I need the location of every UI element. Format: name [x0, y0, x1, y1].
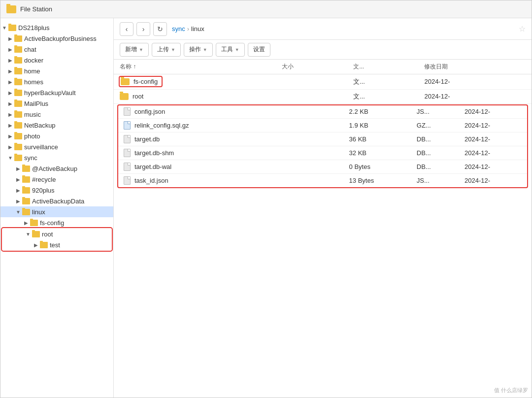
toggle-icon: ▶ [14, 197, 22, 205]
toggle-icon: ▶ [6, 110, 14, 118]
folder-icon [14, 154, 22, 161]
sidebar-label: photo [24, 133, 40, 140]
app-icon [6, 5, 16, 13]
upload-label: 上传 [157, 45, 169, 54]
file-name-cell: target.db-shm [124, 149, 337, 157]
table-row[interactable]: config.json 2.2 KB JS... 2024-12- [118, 105, 528, 119]
settings-button[interactable]: 设置 [248, 43, 270, 57]
col-name[interactable]: 名称 ↑ [114, 60, 276, 74]
sidebar-item-recycle[interactable]: ▶ #recycle [0, 174, 113, 185]
folder-icon [8, 24, 16, 31]
sidebar-label: chat [24, 46, 36, 53]
file-table: 名称 ↑ 大小 文... 修改日期 fs-config [114, 60, 532, 398]
toggle-icon: ▶ [14, 175, 22, 183]
sidebar-item-music[interactable]: ▶ music [0, 109, 113, 120]
file-size [276, 74, 347, 90]
folder-icon [120, 93, 129, 100]
file-name: config.json [134, 108, 165, 115]
sidebar-label: fs-config [40, 219, 64, 227]
toggle-icon: ▼ [14, 208, 22, 216]
breadcrumb-linux[interactable]: linux [191, 25, 204, 33]
operate-dropdown-arrow: ▼ [203, 47, 207, 52]
navigation-bar: ‹ › ↻ sync › linux ☆ [114, 18, 532, 40]
sidebar-label: DS218plus [18, 24, 50, 32]
table-row[interactable]: target.db-shm 32 KB DB... 2024-12- [118, 146, 528, 160]
table-row[interactable]: fs-config 文... 2024-12- [114, 74, 532, 90]
sidebar-label: 920plus [32, 187, 55, 194]
sidebar-item-netbackup[interactable]: ▶ NetBackup [0, 120, 113, 131]
new-button[interactable]: 新增 ▼ [120, 43, 149, 57]
sidebar-item-root[interactable]: ▼ root [2, 229, 111, 239]
table-row[interactable]: target.db 36 KB DB... 2024-12- [118, 132, 528, 146]
file-name: task_id.json [134, 177, 168, 184]
toggle-icon: ▶ [6, 89, 14, 97]
sidebar-item-surveillance[interactable]: ▶ surveillance [0, 141, 113, 152]
folder-icon [14, 122, 22, 129]
sidebar-item-home[interactable]: ▶ home [0, 66, 113, 76]
tools-button[interactable]: 工具 ▼ [216, 43, 245, 57]
sidebar-item-activebackup2[interactable]: ▶ @ActiveBackup [0, 163, 113, 174]
forward-button[interactable]: › [136, 22, 150, 36]
doc-icon [124, 163, 131, 171]
sidebar-item-fsconfig[interactable]: ▶ fs-config [0, 217, 113, 228]
file-type: DB... [411, 146, 459, 160]
sidebar-label: test [50, 241, 60, 249]
favorite-button[interactable]: ☆ [519, 24, 526, 33]
sidebar-item-920plus[interactable]: ▶ 920plus [0, 185, 113, 196]
folder-icon [14, 111, 22, 118]
toggle-icon: ▶ [6, 143, 14, 151]
upload-button[interactable]: 上传 ▼ [152, 43, 181, 57]
sidebar-label: surveillance [24, 143, 58, 151]
operate-label: 操作 [189, 45, 201, 54]
back-button[interactable]: ‹ [120, 22, 133, 36]
sidebar-item-docker[interactable]: ▶ docker [0, 55, 113, 66]
file-type: 文... [347, 89, 418, 103]
main-content: ▼ DS218plus ▶ ActiveBackupforBusiness ▶ … [0, 18, 532, 398]
sidebar-item-activebackupdata[interactable]: ▶ ActiveBackupData [0, 196, 113, 206]
table-row[interactable]: task_id.json 13 Bytes JS... 2024-12- [118, 173, 528, 187]
right-panel: ‹ › ↻ sync › linux ☆ 新增 ▼ 上传 ▼ [114, 18, 532, 398]
file-name-cell: config.json [124, 107, 337, 116]
sidebar-item-photo[interactable]: ▶ photo [0, 131, 113, 141]
sidebar-item-activebackup[interactable]: ▶ ActiveBackupforBusiness [0, 33, 113, 44]
sidebar: ▼ DS218plus ▶ ActiveBackupforBusiness ▶ … [0, 18, 114, 398]
tools-dropdown-arrow: ▼ [235, 47, 239, 52]
toggle-icon: ▶ [14, 186, 22, 194]
sidebar-label: homes [24, 78, 43, 86]
sidebar-label: ActiveBackupData [32, 198, 84, 205]
refresh-button[interactable]: ↻ [153, 22, 167, 36]
settings-label: 设置 [253, 45, 265, 54]
folder-icon [40, 241, 48, 248]
sidebar-item-ds218plus[interactable]: ▼ DS218plus [0, 22, 113, 33]
folder-icon [14, 46, 22, 53]
sidebar-item-mailplus[interactable]: ▶ MailPlus [0, 98, 113, 109]
operate-button[interactable]: 操作 ▼ [184, 43, 213, 57]
toggle-icon: ▼ [6, 154, 14, 162]
sidebar-item-hyperbackupvault[interactable]: ▶ hyperBackupVault [0, 87, 113, 98]
sidebar-item-homes[interactable]: ▶ homes [0, 76, 113, 87]
folder-icon [14, 89, 22, 96]
sidebar-label: ActiveBackupforBusiness [24, 35, 97, 42]
folder-icon [14, 78, 22, 85]
table-row[interactable]: root 文... 2024-12- [114, 89, 532, 103]
sidebar-item-test[interactable]: ▶ test [2, 239, 111, 250]
sidebar-label: music [24, 111, 41, 118]
sidebar-label: hyperBackupVault [24, 89, 76, 97]
app-title: File Station [20, 5, 52, 13]
file-size: 36 KB [343, 132, 411, 146]
files-highlight-box: config.json 2.2 KB JS... 2024-12- [118, 105, 528, 188]
table-row[interactable]: target.db-wal 0 Bytes DB... 2024-12- [118, 160, 528, 173]
file-name-cell: root [120, 93, 270, 100]
sidebar-item-sync[interactable]: ▼ sync [0, 152, 113, 163]
sidebar-label: @ActiveBackup [32, 165, 77, 172]
file-name-cell: target.db [124, 135, 337, 143]
col-size: 大小 [276, 60, 347, 74]
breadcrumb-sync[interactable]: sync [172, 25, 185, 33]
toggle-icon: ▼ [0, 24, 8, 32]
toggle-icon: ▶ [6, 100, 14, 107]
table-row[interactable]: relink_config.sql.gz 1.9 KB GZ... 2024-1… [118, 118, 528, 132]
sidebar-item-chat[interactable]: ▶ chat [0, 44, 113, 55]
file-size: 32 KB [343, 146, 411, 160]
file-size: 13 Bytes [343, 173, 411, 187]
sidebar-item-linux[interactable]: ▼ linux [0, 206, 113, 217]
